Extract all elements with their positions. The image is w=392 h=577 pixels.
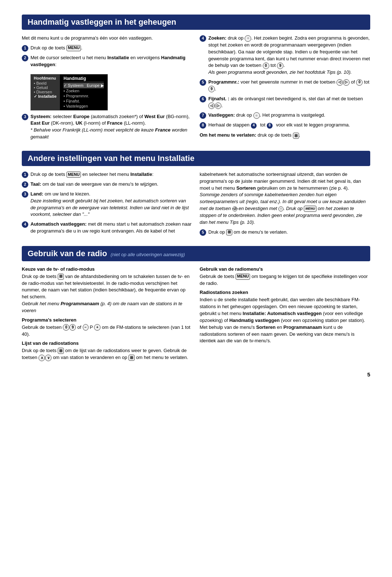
section1-intro: Met dit menu kunt u de programma's één v… bbox=[22, 35, 192, 42]
btn-lr-small: ◁▷ bbox=[232, 206, 237, 211]
tv-radio-btn: ⊞ bbox=[58, 274, 64, 280]
list-btn: ⊞ bbox=[58, 348, 64, 354]
section-handmatig-title: Handmatig vastleggen in het geheugen bbox=[22, 15, 370, 30]
section2-item4: 4 Automatisch vastleggen: met dit menu s… bbox=[22, 221, 192, 235]
radio-subsec-4-title: Gebruik van de radiomenu's bbox=[200, 266, 370, 272]
btn-0-r: 0 bbox=[63, 324, 69, 331]
radio-left-col: Keuze van de tv- of radio-modus Druk op … bbox=[22, 266, 192, 364]
num-8: 8 bbox=[200, 122, 206, 129]
radio-two-col: Keuze van de tv- of radio-modus Druk op … bbox=[22, 266, 370, 364]
num2-4: 4 bbox=[22, 221, 28, 228]
radio-subsec-5-title: Radiostations zoeken bbox=[200, 290, 370, 295]
radio-subsec-4-text: Gebruik de toets MENU om toegang te krij… bbox=[200, 273, 370, 287]
num2-3: 3 bbox=[22, 191, 28, 198]
ok-btn-7: ○ bbox=[253, 112, 260, 119]
section2-right-p1: kabelnetwerk het automatische sorteersig… bbox=[200, 171, 370, 226]
num-1: 1 bbox=[22, 45, 28, 52]
num2-5: 5 bbox=[200, 229, 206, 236]
menu-btn-radio: MENU bbox=[236, 274, 250, 280]
radio-subsec-5-text: Indien u de snelle installatie heeft geb… bbox=[200, 296, 370, 344]
menu-icon-1: MENU bbox=[66, 45, 81, 51]
btn-9: 9 bbox=[277, 62, 283, 69]
btn-up: ∧ bbox=[38, 355, 45, 361]
section1-right-col: 4 Zoeken: druk op ○. Het zoeken begint. … bbox=[200, 35, 370, 144]
btn-down: ∨ bbox=[45, 355, 52, 361]
menu-icon-2: MENU bbox=[66, 172, 81, 178]
menu-left-panel: Hoofdmenu • Beeld • Geluid • Diversen ✓ … bbox=[31, 74, 60, 110]
menu-right-panel: Handmatig ✓ Systeem Europe ▶ • Zoeken • … bbox=[60, 74, 107, 110]
ref-4: 4 bbox=[251, 123, 257, 129]
section1-item7: 7 Vastleggen: druk op ○. Het programma i… bbox=[200, 112, 370, 119]
section-andere: Andere instellingen van het menu Install… bbox=[22, 151, 370, 239]
num-3: 3 bbox=[22, 114, 28, 120]
menu-icon-small: MENU bbox=[304, 206, 317, 212]
section-andere-title: Andere instellingen van het menu Install… bbox=[22, 151, 370, 166]
btn-9-r: 9 bbox=[69, 324, 76, 331]
menu-diagram: Hoofdmenu • Beeld • Geluid • Diversen ✓ … bbox=[30, 74, 108, 110]
radio-right-col: Gebruik van de radiomenu's Gebruik de to… bbox=[200, 266, 370, 364]
btn-0b: 0 bbox=[356, 79, 363, 86]
num-6: 6 bbox=[200, 96, 206, 102]
btn-right2: ▷ bbox=[215, 102, 221, 109]
radio-subsec-3-text: Druk op de toets ⊞ om de lijst van de ra… bbox=[22, 347, 192, 361]
section-radio: Gebruik van de radio (niet op alle uitvo… bbox=[22, 246, 370, 364]
section2-item5: 5 Druk op ⊞ om de menu's te verlaten. bbox=[200, 229, 370, 236]
btn-minus: − bbox=[83, 324, 89, 331]
section1-item6: 6 Fijnafst. : als de ontvangst niet bevr… bbox=[200, 96, 370, 109]
section1-item2: 2 Met de cursor selecteert u het menu In… bbox=[22, 55, 192, 68]
section1-item1: 1 Druk op de toets MENU. bbox=[22, 45, 192, 52]
btn-ok-small: ○ bbox=[278, 206, 283, 211]
btn-0: 0 bbox=[263, 62, 269, 69]
section2-item3: 3 Land: om uw land te kiezen. Deze inste… bbox=[22, 191, 192, 218]
btn-9b: 9 bbox=[208, 86, 215, 92]
ok-btn-s5: ⊞ bbox=[226, 229, 232, 235]
radio-subsec-2-text: Gebruik de toetsen 09 of − P + om de FM-… bbox=[22, 324, 192, 338]
num2-1: 1 bbox=[22, 172, 28, 178]
section2-item1: 1 Druk op de toets MENU en selecteer het… bbox=[22, 171, 192, 178]
ok-icon-end: ⊞ bbox=[293, 133, 299, 139]
ref-8: 8 bbox=[267, 123, 273, 129]
section1-item3: 3 Systeem: selecteer Europe (automatisch… bbox=[22, 113, 192, 141]
radio-subsec-1-title: Keuze van de tv- of radio-modus bbox=[22, 266, 192, 272]
page-number: 5 bbox=[22, 371, 370, 378]
btn-right: ▷ bbox=[343, 79, 350, 86]
radio-subsec-2-title: Programma's selecteren bbox=[22, 317, 192, 323]
section1-item5: 5 Programmnr.: voer het gewenste nummer … bbox=[200, 79, 370, 93]
btn-plus: + bbox=[94, 324, 101, 331]
num-4: 4 bbox=[200, 35, 206, 42]
num-7: 7 bbox=[200, 112, 206, 119]
ok-btn-4: ○ bbox=[245, 35, 251, 42]
section-radio-header: Gebruik van de radio (niet op alle uitvo… bbox=[22, 246, 370, 261]
radio-subsec-1-text: Druk op de toets ⊞ van de afstandsbedien… bbox=[22, 273, 192, 314]
menu-btn-r: ⊞ bbox=[128, 355, 135, 361]
section2-right-col: kabelnetwerk het automatische sorteersig… bbox=[200, 171, 370, 239]
num2-2: 2 bbox=[22, 181, 28, 188]
radio-subsec-3-title: Lijst van de radiostations bbox=[22, 340, 192, 346]
num-5: 5 bbox=[200, 79, 206, 86]
num-2: 2 bbox=[22, 55, 28, 61]
section1-item8: 8 Herhaal de stappen 4 tot 8 voor elk va… bbox=[200, 122, 370, 129]
section-handmatig: Handmatig vastleggen in het geheugen Met… bbox=[22, 15, 370, 144]
section1-left-col: Met dit menu kunt u de programma's één v… bbox=[22, 35, 192, 144]
om-menu-line1: Om het menu te verlaten: druk op de toet… bbox=[200, 132, 370, 139]
btn-left2: ◁ bbox=[208, 102, 215, 109]
section1-item4: 4 Zoeken: druk op ○. Het zoeken begint. … bbox=[200, 35, 370, 76]
section2-left-col: 1 Druk op de toets MENU en selecteer het… bbox=[22, 171, 192, 239]
btn-left: ◁ bbox=[336, 79, 343, 86]
section2-item2: 2 Taal: om de taal van de weergave van d… bbox=[22, 181, 192, 188]
